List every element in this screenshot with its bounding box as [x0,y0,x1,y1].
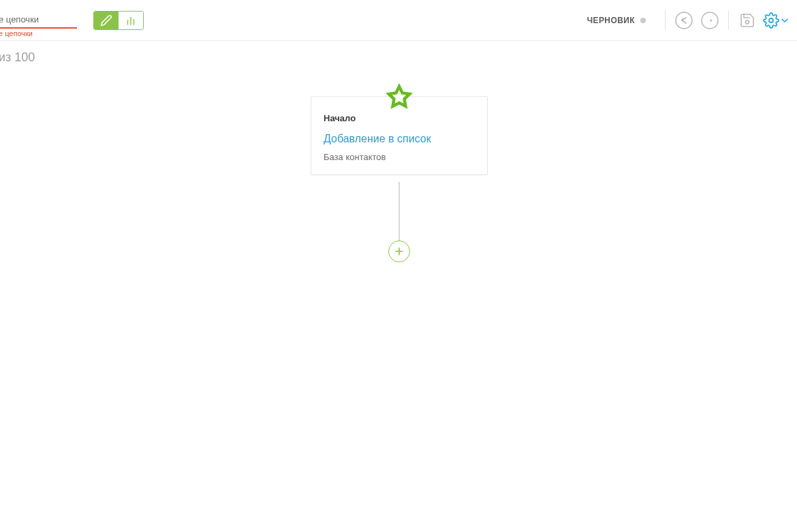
svg-point-5 [746,20,749,24]
flow-canvas[interactable]: Начало Добавление в список База контакто… [0,74,797,530]
undo-icon [674,11,693,30]
add-node-button[interactable] [388,240,410,262]
star-badge [383,80,416,116]
svg-point-4 [702,12,718,29]
pencil-icon [100,14,112,27]
node-subtitle: База контактов [324,152,475,162]
undo-button[interactable] [673,10,695,31]
status-label: ЧЕРНОВИК [587,16,635,25]
settings-dropdown[interactable] [763,12,789,29]
node-action-link[interactable]: Добавление в список [324,133,475,145]
connector-line [398,182,400,240]
status-dot-icon [640,18,646,23]
chevron-down-icon [781,16,789,25]
svg-point-6 [769,18,773,22]
plus-icon [394,247,404,256]
edit-mode-button[interactable] [94,12,119,29]
chain-name-error: е цепочки [0,29,33,37]
status-indicator: ЧЕРНОВИК [587,16,646,25]
mode-toggle [93,11,144,30]
bar-chart-icon [125,14,137,27]
chain-name-field: е цепочки [0,12,77,29]
chain-name-input[interactable] [0,12,77,29]
start-node[interactable]: Начало Добавление в список База контакто… [311,96,488,175]
star-icon [383,80,416,113]
save-button[interactable] [736,10,758,31]
counter-text: из 100 [0,50,35,64]
svg-point-3 [676,12,692,29]
toolbar-divider [665,11,666,30]
redo-button[interactable] [699,10,721,31]
top-header: е цепочки ЧЕРНОВИК [0,0,797,41]
save-icon [739,12,755,29]
gear-icon [763,12,779,29]
stats-mode-button[interactable] [119,12,143,29]
redo-icon [700,11,719,30]
subheader: из 100 [0,41,797,74]
toolbar-divider [728,11,729,30]
